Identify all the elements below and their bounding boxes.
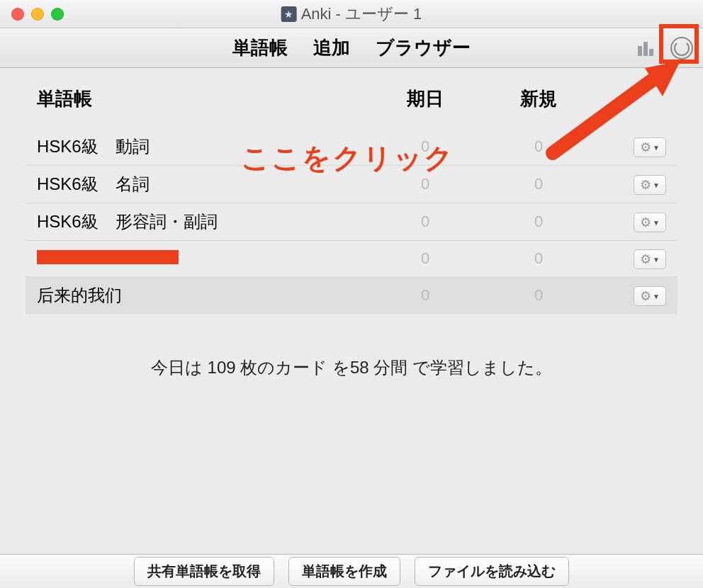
deck-options-button[interactable]: ⚙▼ bbox=[634, 175, 666, 195]
header-due: 期日 bbox=[369, 86, 482, 111]
tab-decks[interactable]: 単語帳 bbox=[232, 35, 288, 60]
create-deck-button[interactable]: 単語帳を作成 bbox=[288, 557, 400, 586]
window-minimize-button[interactable] bbox=[31, 8, 44, 21]
gear-icon: ⚙ bbox=[640, 288, 651, 304]
deck-row: HSK6級 形容詞・副詞00⚙▼ bbox=[26, 203, 677, 241]
deck-options-button[interactable]: ⚙▼ bbox=[634, 249, 666, 269]
stats-icon[interactable] bbox=[638, 40, 659, 56]
gear-icon: ⚙ bbox=[640, 215, 651, 230]
deck-row: 后来的我们00⚙▼ bbox=[26, 277, 677, 314]
redacted-deck-name bbox=[37, 250, 179, 264]
chevron-down-icon: ▼ bbox=[653, 256, 660, 264]
header-deck: 単語帳 bbox=[37, 86, 369, 111]
bottom-bar: 共有単語帳を取得 単語帳を作成 ファイルを読み込む bbox=[0, 554, 703, 588]
deck-row: HSK6級 名詞00⚙▼ bbox=[26, 166, 677, 203]
chevron-down-icon: ▼ bbox=[653, 181, 660, 189]
deck-name[interactable]: HSK6級 名詞 bbox=[37, 173, 369, 196]
window-title: ★ Anki - ユーザー 1 bbox=[281, 4, 422, 25]
chevron-down-icon: ▼ bbox=[653, 144, 660, 152]
window-title-text: Anki - ユーザー 1 bbox=[301, 4, 422, 25]
deck-name[interactable]: HSK6級 形容詞・副詞 bbox=[37, 210, 369, 233]
toolbar-tabs: 単語帳 追加 ブラウザー bbox=[232, 35, 471, 60]
gear-icon: ⚙ bbox=[640, 140, 651, 155]
new-count: 0 bbox=[482, 137, 595, 156]
deck-options-button[interactable]: ⚙▼ bbox=[634, 137, 666, 157]
deck-name[interactable]: HSK6級 動詞 bbox=[37, 135, 369, 158]
titlebar: ★ Anki - ユーザー 1 bbox=[0, 0, 703, 28]
due-count: 0 bbox=[369, 175, 482, 193]
new-count: 0 bbox=[482, 249, 595, 268]
app-icon: ★ bbox=[281, 6, 297, 22]
due-count: 0 bbox=[369, 213, 482, 231]
study-summary: 今日は 109 枚のカード を58 分間 で学習しました。 bbox=[26, 356, 677, 379]
import-file-button[interactable]: ファイルを読み込む bbox=[415, 557, 569, 586]
due-count: 0 bbox=[369, 137, 482, 156]
new-count: 0 bbox=[482, 175, 595, 193]
due-count: 0 bbox=[369, 286, 482, 305]
get-shared-button[interactable]: 共有単語帳を取得 bbox=[134, 557, 274, 586]
sync-icon[interactable] bbox=[670, 37, 693, 60]
header-new: 新規 bbox=[482, 86, 595, 111]
gear-icon: ⚙ bbox=[640, 251, 651, 267]
window-maximize-button[interactable] bbox=[51, 8, 64, 21]
deck-options-button[interactable]: ⚙▼ bbox=[634, 286, 666, 306]
due-count: 0 bbox=[369, 249, 482, 268]
toolbar: 単語帳 追加 ブラウザー bbox=[0, 28, 703, 68]
deck-list: HSK6級 動詞00⚙▼HSK6級 名詞00⚙▼HSK6級 形容詞・副詞00⚙▼… bbox=[26, 128, 677, 314]
window-close-button[interactable] bbox=[11, 8, 24, 21]
tab-add[interactable]: 追加 bbox=[313, 35, 350, 60]
traffic-lights bbox=[0, 8, 64, 21]
column-headers: 単語帳 期日 新規 bbox=[26, 81, 677, 128]
chevron-down-icon: ▼ bbox=[653, 293, 660, 300]
new-count: 0 bbox=[482, 286, 595, 305]
deck-options-button[interactable]: ⚙▼ bbox=[634, 213, 666, 232]
chevron-down-icon: ▼ bbox=[653, 219, 660, 227]
deck-name[interactable] bbox=[37, 249, 369, 268]
deck-name[interactable]: 后来的我们 bbox=[37, 284, 369, 307]
new-count: 0 bbox=[482, 213, 595, 231]
main-area: 単語帳 期日 新規 HSK6級 動詞00⚙▼HSK6級 名詞00⚙▼HSK6級 … bbox=[0, 68, 703, 554]
gear-icon: ⚙ bbox=[640, 177, 651, 193]
deck-row: HSK6級 動詞00⚙▼ bbox=[26, 128, 677, 166]
deck-row: 00⚙▼ bbox=[26, 241, 677, 277]
tab-browser[interactable]: ブラウザー bbox=[376, 35, 471, 60]
